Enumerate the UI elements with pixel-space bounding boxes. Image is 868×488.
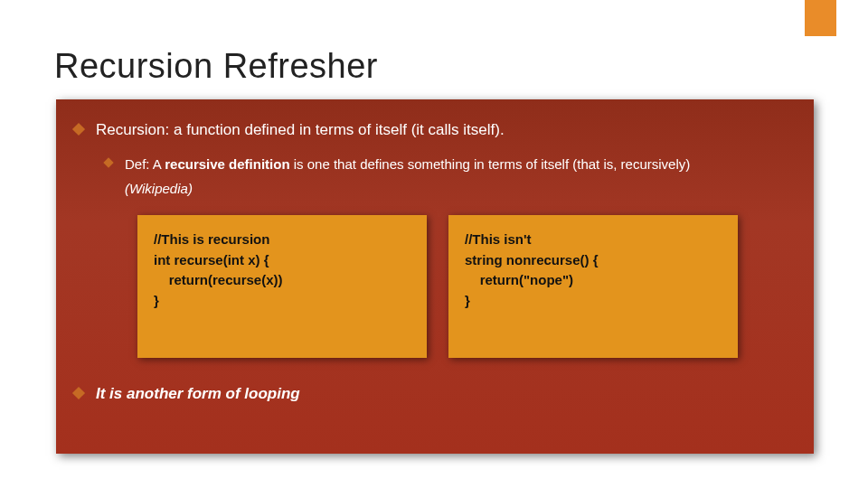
code-row: //This is recursion int recurse(int x) {… — [137, 215, 796, 358]
def-suffix: is one that defines something in terms o… — [290, 156, 691, 172]
def-bold-term: recursive definition — [165, 156, 289, 172]
diamond-bullet-icon — [72, 387, 85, 399]
bullet-item-nested: Def: A recursive definition is one that … — [105, 155, 796, 200]
accent-bar — [805, 0, 836, 36]
def-source: (Wikipedia) — [125, 179, 690, 199]
code-block-recursion: //This is recursion int recurse(int x) {… — [137, 215, 427, 358]
content-panel: Recursion: a function defined in terms o… — [56, 99, 814, 454]
bullet-text: Recursion: a function defined in terms o… — [96, 119, 505, 142]
bullet-text: It is another form of looping — [96, 383, 300, 406]
slide: Recursion Refresher Recursion: a functio… — [0, 0, 868, 488]
bullet-text: Def: A recursive definition is one that … — [125, 155, 690, 200]
slide-title: Recursion Refresher — [54, 47, 378, 86]
diamond-bullet-icon — [72, 123, 85, 136]
bullet-item: Recursion: a function defined in terms o… — [74, 119, 796, 142]
def-prefix: Def: A — [125, 156, 165, 172]
code-block-nonrecursion: //This isn't string nonrecurse() { retur… — [448, 215, 738, 358]
diamond-bullet-icon — [103, 157, 113, 167]
bullet-item: It is another form of looping — [74, 383, 796, 406]
